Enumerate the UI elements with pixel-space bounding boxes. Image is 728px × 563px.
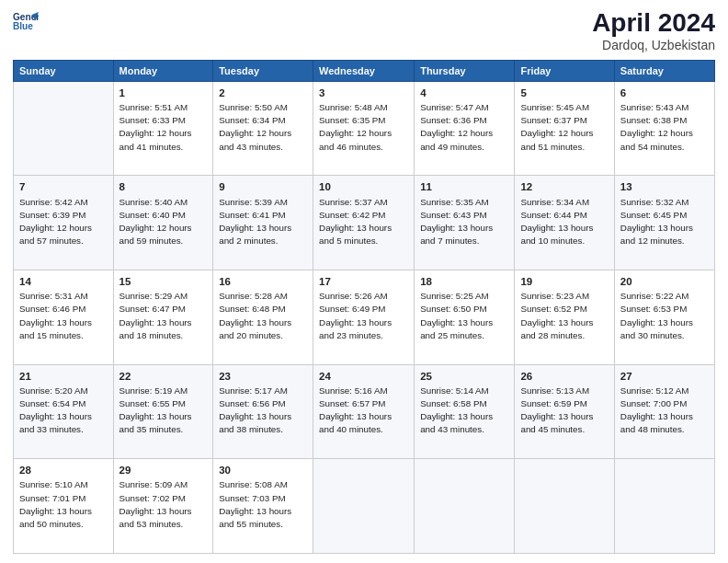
day-info: Sunrise: 5:22 AMSunset: 6:53 PMDaylight:… — [620, 290, 709, 342]
day-number: 27 — [620, 369, 709, 384]
day-cell: 7Sunrise: 5:42 AMSunset: 6:39 PMDaylight… — [14, 176, 114, 270]
day-info: Sunrise: 5:25 AMSunset: 6:50 PMDaylight:… — [420, 290, 508, 342]
day-info: Sunrise: 5:10 AMSunset: 7:01 PMDaylight:… — [19, 478, 108, 531]
day-info: Sunrise: 5:39 AMSunset: 6:41 PMDaylight:… — [219, 196, 307, 248]
day-info: Sunrise: 5:26 AMSunset: 6:49 PMDaylight:… — [319, 290, 408, 342]
day-info: Sunrise: 5:09 AMSunset: 7:02 PMDaylight:… — [119, 478, 208, 531]
day-cell: 4Sunrise: 5:47 AMSunset: 6:36 PMDaylight… — [415, 81, 515, 176]
day-cell: 12Sunrise: 5:34 AMSunset: 6:44 PMDayligh… — [515, 176, 614, 270]
day-number: 10 — [319, 179, 408, 194]
day-number: 23 — [219, 369, 307, 384]
day-info: Sunrise: 5:29 AMSunset: 6:47 PMDaylight:… — [119, 290, 208, 342]
day-info: Sunrise: 5:50 AMSunset: 6:34 PMDaylight:… — [219, 101, 307, 154]
main-title: April 2024 — [592, 9, 715, 38]
title-block: April 2024 Dardoq, Uzbekistan — [592, 9, 715, 52]
col-header-thursday: Thursday — [415, 60, 515, 81]
day-info: Sunrise: 5:42 AMSunset: 6:39 PMDaylight:… — [19, 196, 108, 248]
day-cell: 29Sunrise: 5:09 AMSunset: 7:02 PMDayligh… — [113, 459, 213, 554]
day-number: 7 — [19, 179, 108, 194]
day-info: Sunrise: 5:47 AMSunset: 6:36 PMDaylight:… — [420, 101, 508, 154]
day-cell: 11Sunrise: 5:35 AMSunset: 6:43 PMDayligh… — [415, 176, 515, 270]
col-header-monday: Monday — [113, 60, 213, 81]
day-info: Sunrise: 5:35 AMSunset: 6:43 PMDaylight:… — [420, 196, 508, 248]
day-info: Sunrise: 5:43 AMSunset: 6:38 PMDaylight:… — [620, 101, 709, 154]
day-cell: 15Sunrise: 5:29 AMSunset: 6:47 PMDayligh… — [113, 270, 213, 365]
svg-text:Blue: Blue — [13, 21, 33, 31]
logo: General Blue — [13, 9, 39, 35]
page: General Blue April 2024 Dardoq, Uzbekist… — [0, 0, 728, 563]
day-cell: 13Sunrise: 5:32 AMSunset: 6:45 PMDayligh… — [614, 176, 714, 270]
day-cell: 5Sunrise: 5:45 AMSunset: 6:37 PMDaylight… — [515, 81, 614, 176]
day-info: Sunrise: 5:37 AMSunset: 6:42 PMDaylight:… — [319, 196, 408, 248]
header-row: SundayMondayTuesdayWednesdayThursdayFrid… — [14, 60, 715, 81]
day-number: 15 — [119, 274, 208, 289]
day-info: Sunrise: 5:48 AMSunset: 6:35 PMDaylight:… — [319, 101, 408, 154]
day-cell: 16Sunrise: 5:28 AMSunset: 6:48 PMDayligh… — [213, 270, 313, 365]
day-info: Sunrise: 5:19 AMSunset: 6:55 PMDaylight:… — [119, 385, 208, 437]
day-number: 29 — [119, 463, 208, 477]
day-info: Sunrise: 5:20 AMSunset: 6:54 PMDaylight:… — [19, 385, 108, 437]
day-number: 11 — [420, 179, 508, 194]
day-cell: 20Sunrise: 5:22 AMSunset: 6:53 PMDayligh… — [614, 270, 714, 365]
subtitle: Dardoq, Uzbekistan — [592, 38, 715, 52]
day-cell: 14Sunrise: 5:31 AMSunset: 6:46 PMDayligh… — [14, 270, 114, 365]
day-info: Sunrise: 5:13 AMSunset: 6:59 PMDaylight:… — [520, 385, 608, 437]
day-info: Sunrise: 5:45 AMSunset: 6:37 PMDaylight:… — [520, 101, 608, 154]
day-info: Sunrise: 5:12 AMSunset: 7:00 PMDaylight:… — [620, 385, 709, 437]
week-row-1: 1Sunrise: 5:51 AMSunset: 6:33 PMDaylight… — [14, 81, 715, 176]
day-number: 21 — [19, 369, 108, 384]
day-number: 12 — [520, 179, 608, 194]
col-header-wednesday: Wednesday — [313, 60, 415, 81]
day-number: 6 — [620, 86, 709, 100]
col-header-sunday: Sunday — [14, 60, 114, 81]
week-row-3: 14Sunrise: 5:31 AMSunset: 6:46 PMDayligh… — [14, 270, 715, 365]
day-info: Sunrise: 5:08 AMSunset: 7:03 PMDaylight:… — [219, 478, 307, 531]
day-info: Sunrise: 5:23 AMSunset: 6:52 PMDaylight:… — [520, 290, 608, 342]
day-number: 1 — [119, 86, 208, 100]
day-cell: 24Sunrise: 5:16 AMSunset: 6:57 PMDayligh… — [313, 364, 415, 459]
day-cell: 19Sunrise: 5:23 AMSunset: 6:52 PMDayligh… — [515, 270, 614, 365]
day-cell: 27Sunrise: 5:12 AMSunset: 7:00 PMDayligh… — [614, 364, 714, 459]
day-cell — [313, 459, 415, 554]
day-number: 28 — [19, 463, 108, 477]
day-cell: 30Sunrise: 5:08 AMSunset: 7:03 PMDayligh… — [213, 459, 313, 554]
week-row-2: 7Sunrise: 5:42 AMSunset: 6:39 PMDaylight… — [14, 176, 715, 270]
day-info: Sunrise: 5:34 AMSunset: 6:44 PMDaylight:… — [520, 196, 608, 248]
day-cell: 9Sunrise: 5:39 AMSunset: 6:41 PMDaylight… — [213, 176, 313, 270]
day-number: 25 — [420, 369, 508, 384]
day-cell: 28Sunrise: 5:10 AMSunset: 7:01 PMDayligh… — [14, 459, 114, 554]
day-cell: 2Sunrise: 5:50 AMSunset: 6:34 PMDaylight… — [213, 81, 313, 176]
col-header-saturday: Saturday — [614, 60, 714, 81]
day-number: 5 — [520, 86, 608, 100]
day-number: 14 — [19, 274, 108, 289]
week-row-4: 21Sunrise: 5:20 AMSunset: 6:54 PMDayligh… — [14, 364, 715, 459]
day-info: Sunrise: 5:17 AMSunset: 6:56 PMDaylight:… — [219, 385, 307, 437]
day-cell: 26Sunrise: 5:13 AMSunset: 6:59 PMDayligh… — [515, 364, 614, 459]
day-number: 3 — [319, 86, 408, 100]
week-row-5: 28Sunrise: 5:10 AMSunset: 7:01 PMDayligh… — [14, 459, 715, 554]
day-number: 22 — [119, 369, 208, 384]
col-header-tuesday: Tuesday — [213, 60, 313, 81]
day-cell — [614, 459, 714, 554]
day-cell: 18Sunrise: 5:25 AMSunset: 6:50 PMDayligh… — [415, 270, 515, 365]
day-number: 30 — [219, 463, 307, 477]
day-cell: 1Sunrise: 5:51 AMSunset: 6:33 PMDaylight… — [113, 81, 213, 176]
day-cell: 17Sunrise: 5:26 AMSunset: 6:49 PMDayligh… — [313, 270, 415, 365]
day-cell — [415, 459, 515, 554]
day-info: Sunrise: 5:32 AMSunset: 6:45 PMDaylight:… — [620, 196, 709, 248]
day-number: 17 — [319, 274, 408, 289]
logo-icon: General Blue — [13, 9, 39, 35]
day-cell — [515, 459, 614, 554]
day-number: 9 — [219, 179, 307, 194]
day-cell: 25Sunrise: 5:14 AMSunset: 6:58 PMDayligh… — [415, 364, 515, 459]
day-number: 19 — [520, 274, 608, 289]
day-number: 16 — [219, 274, 307, 289]
day-cell: 8Sunrise: 5:40 AMSunset: 6:40 PMDaylight… — [113, 176, 213, 270]
day-cell: 22Sunrise: 5:19 AMSunset: 6:55 PMDayligh… — [113, 364, 213, 459]
calendar-table: SundayMondayTuesdayWednesdayThursdayFrid… — [13, 60, 715, 554]
col-header-friday: Friday — [515, 60, 614, 81]
day-info: Sunrise: 5:14 AMSunset: 6:58 PMDaylight:… — [420, 385, 508, 437]
day-info: Sunrise: 5:31 AMSunset: 6:46 PMDaylight:… — [19, 290, 108, 342]
day-number: 8 — [119, 179, 208, 194]
day-number: 18 — [420, 274, 508, 289]
